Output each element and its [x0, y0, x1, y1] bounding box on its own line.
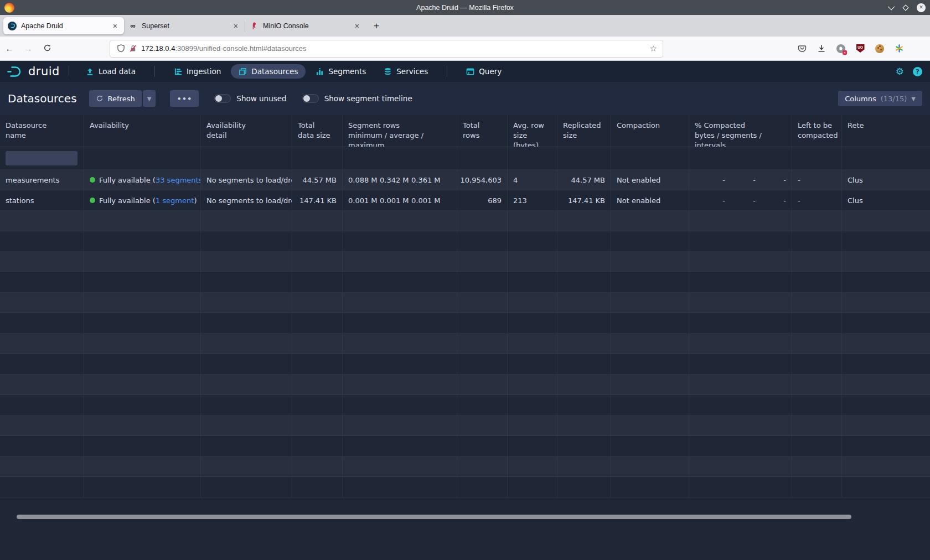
- table-empty-row: [0, 293, 930, 313]
- table-filter-row: [0, 147, 930, 170]
- reload-button[interactable]: [38, 44, 56, 54]
- insecure-lock-icon[interactable]: [128, 44, 138, 54]
- window-titlebar: Apache Druid — Mozilla Firefox ×: [0, 0, 930, 15]
- col-header-compaction[interactable]: Compaction: [611, 115, 689, 147]
- nav-ingestion[interactable]: Ingestion: [166, 64, 229, 79]
- bookmark-star-icon[interactable]: ☆: [650, 44, 657, 54]
- segments-link[interactable]: 1 segment: [156, 196, 194, 205]
- help-icon[interactable]: ?: [913, 67, 922, 76]
- window-close-icon[interactable]: ×: [917, 3, 926, 12]
- druid-favicon-icon: [8, 22, 17, 30]
- services-icon: [384, 68, 392, 76]
- pct-compacted-cell: ---: [689, 190, 792, 210]
- col-header-total-rows[interactable]: Totalrows: [457, 115, 508, 147]
- new-tab-button[interactable]: +: [374, 20, 379, 32]
- nav-query[interactable]: Query: [458, 64, 509, 79]
- col-header-left-to-be-compacted[interactable]: Left to becompacted: [792, 115, 842, 147]
- url-path: :30899/unified-console.html#datasources: [175, 44, 306, 53]
- avg-row-size-cell: 213: [508, 190, 557, 210]
- total-rows-cell: 689: [457, 190, 508, 210]
- datasource-filter-input[interactable]: [6, 151, 78, 165]
- forward-button[interactable]: →: [19, 44, 38, 53]
- extension-badge: ×: [843, 50, 847, 55]
- chevron-down-icon: ▼: [911, 96, 916, 102]
- table-empty-row: [0, 457, 930, 477]
- table-empty-row: [0, 313, 930, 334]
- col-header-total-data-size[interactable]: Totaldata size: [292, 115, 343, 147]
- replicated-size-cell: 44.57 MB: [557, 170, 611, 190]
- availability-detail-cell: No segments to load/drop: [201, 170, 292, 190]
- pocket-icon[interactable]: [797, 44, 807, 54]
- tab-close-icon[interactable]: ×: [353, 22, 361, 30]
- col-header-pct-compacted[interactable]: % Compactedbytes / segments / intervals: [689, 115, 792, 147]
- nav-load-data[interactable]: Load data: [78, 64, 143, 79]
- col-header-availability-detail[interactable]: Availabilitydetail: [201, 115, 292, 147]
- nav-datasources[interactable]: Datasources: [231, 64, 306, 79]
- left-to-be-compacted-cell: -: [792, 190, 842, 210]
- tracking-shield-icon[interactable]: [116, 44, 126, 54]
- show-unused-toggle[interactable]: [214, 94, 231, 103]
- tab-title: Superset: [142, 22, 231, 30]
- col-header-avg-row-size[interactable]: Avg. row size(bytes): [508, 115, 557, 147]
- refresh-button[interactable]: Refresh: [89, 90, 142, 107]
- pct-compacted-cell: ---: [689, 170, 792, 190]
- druid-logo: druid: [7, 65, 60, 78]
- more-actions-button[interactable]: •••: [170, 90, 199, 107]
- show-segment-timeline-label: Show segment timeline: [324, 94, 412, 103]
- extension-icon[interactable]: ×: [836, 44, 846, 54]
- window-maximize-icon[interactable]: [902, 4, 908, 11]
- col-header-retention[interactable]: Rete: [842, 115, 930, 147]
- availability-cell: Fully available (1 segment): [84, 190, 201, 210]
- datasources-view: Datasources Refresh ▼ ••• Show unused Sh…: [0, 82, 930, 560]
- nav-divider: [69, 66, 69, 77]
- tab-bar: Apache Druid × ∞ Superset × MinIO Consol…: [0, 15, 930, 37]
- tab-superset[interactable]: ∞ Superset ×: [124, 17, 245, 34]
- segments-link[interactable]: 33 segments: [156, 176, 201, 184]
- asterisk-extension-icon[interactable]: [894, 44, 904, 54]
- col-header-segment-rows[interactable]: Segment rowsminimum / average / maximum: [343, 115, 457, 147]
- columns-button[interactable]: Columns (13/15) ▼: [838, 91, 922, 106]
- col-header-replicated-size[interactable]: Replicatedsize: [557, 115, 611, 147]
- tab-minio-console[interactable]: MinIO Console ×: [245, 17, 366, 34]
- table-header-row: Datasourcename Availability Availability…: [0, 115, 930, 147]
- segments-icon: [316, 68, 324, 76]
- horizontal-scrollbar[interactable]: [17, 515, 851, 519]
- table-empty-row: [0, 375, 930, 395]
- tab-close-icon[interactable]: ×: [231, 22, 240, 30]
- table-empty-row: [0, 334, 930, 354]
- col-header-datasource-name[interactable]: Datasourcename: [0, 115, 84, 147]
- datasource-name-cell: measurements: [0, 170, 84, 190]
- cookie-icon[interactable]: [875, 44, 885, 54]
- brand-name: druid: [28, 65, 60, 78]
- tab-apache-druid[interactable]: Apache Druid ×: [3, 17, 124, 34]
- avg-row-size-cell: 4: [508, 170, 557, 190]
- back-button[interactable]: ←: [0, 44, 19, 53]
- replicated-size-cell: 147.41 KB: [557, 190, 611, 210]
- available-dot-icon: [90, 198, 95, 203]
- left-to-be-compacted-cell: -: [792, 170, 842, 190]
- window-title: Apache Druid — Mozilla Firefox: [0, 4, 930, 12]
- show-segment-timeline-toggle[interactable]: [302, 94, 319, 103]
- load-data-icon: [86, 68, 94, 76]
- table-empty-row: [0, 395, 930, 416]
- table-empty-row: [0, 416, 930, 436]
- menu-icon[interactable]: [913, 44, 922, 54]
- settings-gear-icon[interactable]: ⚙: [896, 66, 904, 77]
- col-header-availability[interactable]: Availability: [84, 115, 201, 147]
- total-data-size-cell: 44.57 MB: [292, 170, 343, 190]
- nav-services[interactable]: Services: [376, 64, 436, 79]
- ingestion-icon: [174, 68, 182, 76]
- downloads-icon[interactable]: [817, 44, 826, 54]
- nav-segments[interactable]: Segments: [308, 64, 374, 79]
- browser-toolbar: ← → 172.18.0.4:30899/unified-console.htm…: [0, 37, 930, 61]
- table-empty-row: [0, 272, 930, 293]
- retention-cell: Clus: [842, 170, 930, 190]
- nav-divider: [154, 66, 155, 77]
- refresh-interval-button[interactable]: ▼: [143, 90, 156, 107]
- datasources-icon: [239, 68, 247, 76]
- compaction-cell: Not enabled: [611, 190, 689, 210]
- url-bar[interactable]: 172.18.0.4:30899/unified-console.html#da…: [110, 40, 663, 58]
- tab-close-icon[interactable]: ×: [111, 22, 120, 30]
- ublock-icon[interactable]: UO: [855, 44, 865, 54]
- show-unused-label: Show unused: [236, 94, 286, 103]
